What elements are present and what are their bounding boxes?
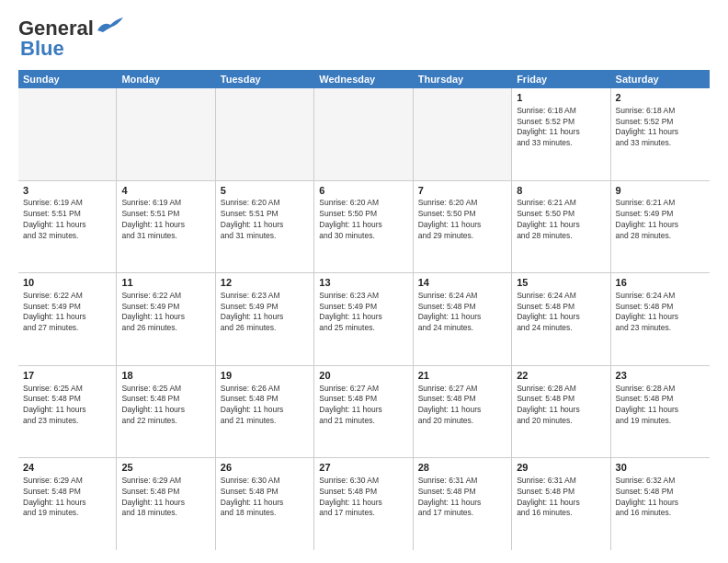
- day-info: Sunrise: 6:29 AM Sunset: 5:48 PM Dayligh…: [23, 476, 111, 519]
- day-number: 29: [517, 461, 605, 475]
- calendar-cell: 14Sunrise: 6:24 AM Sunset: 5:48 PM Dayli…: [414, 273, 512, 365]
- day-number: 24: [23, 461, 111, 475]
- calendar-cell: 18Sunrise: 6:25 AM Sunset: 5:48 PM Dayli…: [117, 366, 215, 458]
- logo-bird-icon: [96, 16, 123, 36]
- calendar-body: 1Sunrise: 6:18 AM Sunset: 5:52 PM Daylig…: [18, 88, 710, 550]
- calendar-cell: 28Sunrise: 6:31 AM Sunset: 5:48 PM Dayli…: [414, 458, 512, 550]
- calendar-cell: [216, 88, 314, 180]
- day-number: 17: [23, 369, 111, 383]
- day-number: 26: [221, 461, 309, 475]
- day-number: 12: [221, 276, 309, 290]
- day-number: 6: [319, 184, 407, 198]
- calendar-cell: 21Sunrise: 6:27 AM Sunset: 5:48 PM Dayli…: [414, 366, 512, 458]
- day-number: 21: [418, 369, 506, 383]
- calendar-week-1: 1Sunrise: 6:18 AM Sunset: 5:52 PM Daylig…: [18, 88, 710, 181]
- day-info: Sunrise: 6:20 AM Sunset: 5:50 PM Dayligh…: [418, 198, 506, 241]
- day-info: Sunrise: 6:19 AM Sunset: 5:51 PM Dayligh…: [23, 198, 111, 241]
- day-info: Sunrise: 6:22 AM Sunset: 5:49 PM Dayligh…: [23, 291, 111, 334]
- calendar: SundayMondayTuesdayWednesdayThursdayFrid…: [18, 70, 710, 550]
- calendar-cell: 4Sunrise: 6:19 AM Sunset: 5:51 PM Daylig…: [117, 181, 215, 273]
- calendar-cell: 22Sunrise: 6:28 AM Sunset: 5:48 PM Dayli…: [512, 366, 610, 458]
- day-info: Sunrise: 6:30 AM Sunset: 5:48 PM Dayligh…: [319, 476, 407, 519]
- day-info: Sunrise: 6:26 AM Sunset: 5:48 PM Dayligh…: [221, 384, 309, 427]
- day-number: 5: [221, 184, 309, 198]
- day-number: 8: [517, 184, 605, 198]
- day-number: 16: [616, 276, 705, 290]
- day-number: 19: [221, 369, 309, 383]
- day-number: 18: [121, 369, 210, 383]
- day-number: 4: [121, 184, 210, 198]
- calendar-cell: 29Sunrise: 6:31 AM Sunset: 5:48 PM Dayli…: [512, 458, 610, 550]
- calendar-cell: 30Sunrise: 6:32 AM Sunset: 5:48 PM Dayli…: [611, 458, 710, 550]
- calendar-cell: 6Sunrise: 6:20 AM Sunset: 5:50 PM Daylig…: [314, 181, 413, 273]
- day-info: Sunrise: 6:28 AM Sunset: 5:48 PM Dayligh…: [616, 384, 705, 427]
- logo-blue: Blue: [20, 37, 64, 61]
- day-number: 11: [121, 276, 210, 290]
- calendar-cell: [414, 88, 512, 180]
- header: General Blue: [18, 17, 710, 61]
- day-info: Sunrise: 6:20 AM Sunset: 5:51 PM Dayligh…: [221, 198, 309, 241]
- day-info: Sunrise: 6:23 AM Sunset: 5:49 PM Dayligh…: [221, 291, 309, 334]
- logo: General Blue: [18, 17, 123, 61]
- day-info: Sunrise: 6:31 AM Sunset: 5:48 PM Dayligh…: [418, 476, 506, 519]
- day-number: 9: [616, 184, 705, 198]
- day-info: Sunrise: 6:22 AM Sunset: 5:49 PM Dayligh…: [121, 291, 210, 334]
- day-info: Sunrise: 6:27 AM Sunset: 5:48 PM Dayligh…: [418, 384, 506, 427]
- day-info: Sunrise: 6:30 AM Sunset: 5:48 PM Dayligh…: [221, 476, 309, 519]
- calendar-week-2: 3Sunrise: 6:19 AM Sunset: 5:51 PM Daylig…: [18, 181, 710, 274]
- day-number: 25: [121, 461, 210, 475]
- calendar-cell: 16Sunrise: 6:24 AM Sunset: 5:48 PM Dayli…: [611, 273, 710, 365]
- day-info: Sunrise: 6:18 AM Sunset: 5:52 PM Dayligh…: [616, 106, 705, 149]
- calendar-cell: 25Sunrise: 6:29 AM Sunset: 5:48 PM Dayli…: [117, 458, 215, 550]
- calendar-cell: 26Sunrise: 6:30 AM Sunset: 5:48 PM Dayli…: [216, 458, 314, 550]
- day-info: Sunrise: 6:24 AM Sunset: 5:48 PM Dayligh…: [616, 291, 705, 334]
- day-number: 28: [418, 461, 506, 475]
- day-info: Sunrise: 6:20 AM Sunset: 5:50 PM Dayligh…: [319, 198, 407, 241]
- day-number: 10: [23, 276, 111, 290]
- day-number: 20: [319, 369, 407, 383]
- day-number: 2: [616, 91, 705, 105]
- header-day-thursday: Thursday: [414, 70, 512, 88]
- calendar-cell: 7Sunrise: 6:20 AM Sunset: 5:50 PM Daylig…: [414, 181, 512, 273]
- day-number: 14: [418, 276, 506, 290]
- header-day-wednesday: Wednesday: [314, 70, 413, 88]
- day-info: Sunrise: 6:25 AM Sunset: 5:48 PM Dayligh…: [121, 384, 210, 427]
- calendar-week-4: 17Sunrise: 6:25 AM Sunset: 5:48 PM Dayli…: [18, 366, 710, 459]
- calendar-header: SundayMondayTuesdayWednesdayThursdayFrid…: [18, 70, 710, 88]
- day-number: 27: [319, 461, 407, 475]
- day-info: Sunrise: 6:23 AM Sunset: 5:49 PM Dayligh…: [319, 291, 407, 334]
- calendar-cell: 3Sunrise: 6:19 AM Sunset: 5:51 PM Daylig…: [18, 181, 117, 273]
- day-info: Sunrise: 6:24 AM Sunset: 5:48 PM Dayligh…: [517, 291, 605, 334]
- day-info: Sunrise: 6:29 AM Sunset: 5:48 PM Dayligh…: [121, 476, 210, 519]
- header-day-friday: Friday: [512, 70, 610, 88]
- day-number: 23: [616, 369, 705, 383]
- day-number: 7: [418, 184, 506, 198]
- day-info: Sunrise: 6:31 AM Sunset: 5:48 PM Dayligh…: [517, 476, 605, 519]
- day-info: Sunrise: 6:27 AM Sunset: 5:48 PM Dayligh…: [319, 384, 407, 427]
- calendar-cell: [18, 88, 117, 180]
- calendar-cell: 8Sunrise: 6:21 AM Sunset: 5:50 PM Daylig…: [512, 181, 610, 273]
- day-info: Sunrise: 6:24 AM Sunset: 5:48 PM Dayligh…: [418, 291, 506, 334]
- calendar-cell: 1Sunrise: 6:18 AM Sunset: 5:52 PM Daylig…: [512, 88, 610, 180]
- calendar-cell: 23Sunrise: 6:28 AM Sunset: 5:48 PM Dayli…: [611, 366, 710, 458]
- day-number: 3: [23, 184, 111, 198]
- day-info: Sunrise: 6:25 AM Sunset: 5:48 PM Dayligh…: [23, 384, 111, 427]
- day-info: Sunrise: 6:28 AM Sunset: 5:48 PM Dayligh…: [517, 384, 605, 427]
- calendar-week-3: 10Sunrise: 6:22 AM Sunset: 5:49 PM Dayli…: [18, 273, 710, 366]
- day-info: Sunrise: 6:21 AM Sunset: 5:50 PM Dayligh…: [517, 198, 605, 241]
- calendar-cell: 12Sunrise: 6:23 AM Sunset: 5:49 PM Dayli…: [216, 273, 314, 365]
- day-info: Sunrise: 6:32 AM Sunset: 5:48 PM Dayligh…: [616, 476, 705, 519]
- calendar-cell: 13Sunrise: 6:23 AM Sunset: 5:49 PM Dayli…: [314, 273, 413, 365]
- header-day-monday: Monday: [117, 70, 215, 88]
- calendar-cell: 11Sunrise: 6:22 AM Sunset: 5:49 PM Dayli…: [117, 273, 215, 365]
- day-info: Sunrise: 6:18 AM Sunset: 5:52 PM Dayligh…: [517, 106, 605, 149]
- calendar-cell: 27Sunrise: 6:30 AM Sunset: 5:48 PM Dayli…: [314, 458, 413, 550]
- day-number: 15: [517, 276, 605, 290]
- header-day-saturday: Saturday: [611, 70, 710, 88]
- day-number: 13: [319, 276, 407, 290]
- calendar-cell: [117, 88, 215, 180]
- calendar-cell: 15Sunrise: 6:24 AM Sunset: 5:48 PM Dayli…: [512, 273, 610, 365]
- calendar-cell: 19Sunrise: 6:26 AM Sunset: 5:48 PM Dayli…: [216, 366, 314, 458]
- day-number: 1: [517, 91, 605, 105]
- day-number: 22: [517, 369, 605, 383]
